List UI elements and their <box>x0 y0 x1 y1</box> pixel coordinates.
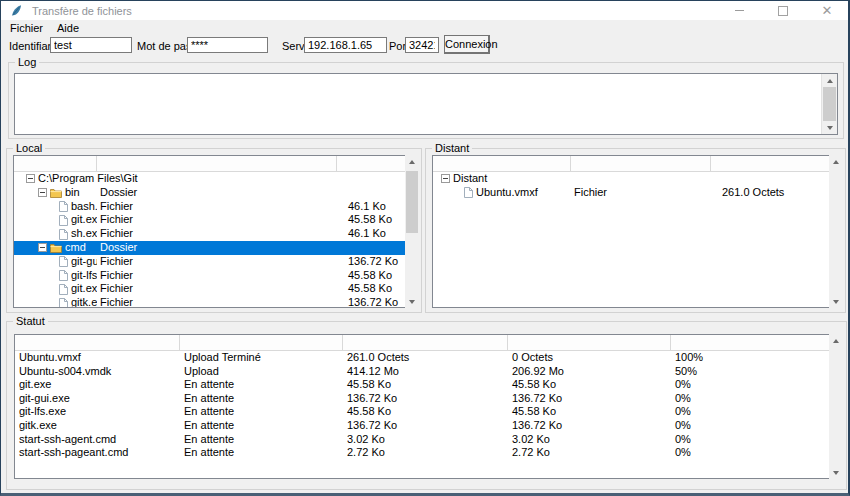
file-icon <box>59 201 68 212</box>
feather-app-icon <box>10 4 23 18</box>
column-header[interactable] <box>337 156 406 171</box>
file-name: bin <box>65 186 80 200</box>
file-icon <box>59 256 68 267</box>
file-size: 136.72 Ko <box>337 296 406 308</box>
local-tree-row[interactable]: cmd Dossier <box>14 241 406 255</box>
maximize-button[interactable] <box>772 1 794 20</box>
expand-collapse-icon[interactable] <box>38 188 47 197</box>
file-icon <box>59 229 68 240</box>
file-size: 46.1 Ko <box>337 200 406 214</box>
transfer-status: Upload <box>180 365 343 379</box>
column-header[interactable] <box>343 335 508 350</box>
scroll-down-icon[interactable] <box>829 466 843 479</box>
distant-tree-rows: Distant Ubuntu.vmxf F <box>433 172 831 200</box>
file-icon <box>59 215 68 226</box>
expand-collapse-icon[interactable] <box>26 174 35 183</box>
transfer-file: start-ssh-agent.cmd <box>15 433 180 447</box>
menu-fichier[interactable]: Fichier <box>3 21 50 35</box>
expand-collapse-icon[interactable] <box>38 243 47 252</box>
log-group-title: Log <box>15 56 39 68</box>
scroll-up-icon[interactable] <box>822 74 837 87</box>
port-field[interactable] <box>405 37 439 53</box>
distant-tree-row[interactable]: Ubuntu.vmxf Fichier 261.0 Octets <box>433 186 831 200</box>
local-file-tree: C:\Program Files\Git bin <box>13 155 407 308</box>
file-name: git-lfs.exe <box>71 269 97 283</box>
local-tree-row[interactable]: bash.exe Fichier 46.1 Ko <box>14 200 406 214</box>
local-scrollbar[interactable] <box>405 155 419 308</box>
transfer-file: start-ssh-pageant.cmd <box>15 446 180 460</box>
status-scrollbar[interactable] <box>829 334 843 479</box>
scroll-down-icon[interactable] <box>829 295 843 308</box>
log-scrollbar[interactable] <box>821 74 837 134</box>
mot-de-passe-field[interactable] <box>187 37 268 53</box>
transfer-row[interactable]: gitk.exe En attente 136.72 Ko 136.72 Ko … <box>15 419 833 433</box>
file-size: 261.0 Octets <box>711 186 831 200</box>
transfer-progress: 50% <box>671 365 833 379</box>
file-type: Fichier <box>97 213 337 227</box>
scroll-down-icon[interactable] <box>822 121 837 134</box>
file-name: Ubuntu.vmxf <box>476 186 538 200</box>
local-tree-row[interactable]: git-lfs.exe Fichier 45.58 Ko <box>14 269 406 283</box>
transfer-row[interactable]: git.exe En attente 45.58 Ko 45.58 Ko 0% <box>15 378 833 392</box>
column-header[interactable] <box>711 156 831 171</box>
expand-collapse-icon[interactable] <box>441 174 450 183</box>
local-tree-row[interactable]: git-gui.exe Fichier 136.72 Ko <box>14 255 406 269</box>
file-type: Fichier <box>97 227 337 241</box>
distant-scrollbar[interactable] <box>829 155 843 308</box>
column-header[interactable] <box>671 335 833 350</box>
transfer-status-table: Ubuntu.vmxf Upload Terminé 261.0 Octets … <box>14 334 834 479</box>
file-name: git.exe <box>71 213 97 227</box>
local-tree-row[interactable]: git.exe Fichier 45.58 Ko <box>14 282 406 296</box>
file-name: gitk.exe <box>71 296 97 308</box>
minimize-button[interactable] <box>728 1 750 20</box>
local-scroll-thumb[interactable] <box>406 171 418 233</box>
local-tree-row[interactable]: git.exe Fichier 45.58 Ko <box>14 213 406 227</box>
scroll-up-icon[interactable] <box>829 334 843 347</box>
status-table-header <box>15 335 833 351</box>
file-size: 45.58 Ko <box>337 282 406 296</box>
local-tree-row[interactable]: C:\Program Files\Git <box>14 172 406 186</box>
scroll-up-icon[interactable] <box>829 155 843 168</box>
minimize-icon <box>735 10 744 11</box>
transfer-row[interactable]: Ubuntu.vmxf Upload Terminé 261.0 Octets … <box>15 351 833 365</box>
distant-group: Distant Distant <box>425 148 846 313</box>
transfer-row[interactable]: Ubuntu-s004.vmdk Upload 414.12 Mo 206.92… <box>15 365 833 379</box>
column-header[interactable] <box>571 156 711 171</box>
file-name: cmd <box>65 241 86 255</box>
column-header[interactable] <box>433 156 571 171</box>
transfer-row[interactable]: start-ssh-pageant.cmd En attente 2.72 Ko… <box>15 446 833 460</box>
column-header[interactable] <box>15 335 180 350</box>
local-tree-row[interactable]: sh.exe Fichier 46.1 Ko <box>14 227 406 241</box>
transfer-row[interactable]: git-gui.exe En attente 136.72 Ko 136.72 … <box>15 392 833 406</box>
file-type: Fichier <box>97 255 337 269</box>
transfer-size: 2.72 Ko <box>343 446 508 460</box>
scroll-up-icon[interactable] <box>405 155 419 168</box>
identifiant-field[interactable] <box>50 37 132 53</box>
distant-tree-row[interactable]: Distant <box>433 172 831 186</box>
local-tree-header <box>14 156 406 172</box>
column-header[interactable] <box>97 156 337 171</box>
file-name: sh.exe <box>71 227 97 241</box>
scroll-down-icon[interactable] <box>405 295 419 308</box>
connexion-button[interactable]: Connexion <box>444 35 490 54</box>
close-button[interactable]: ✕ <box>816 1 838 20</box>
transfer-size: 136.72 Ko <box>343 392 508 406</box>
local-group-title: Local <box>13 142 45 154</box>
file-name: Distant <box>453 172 487 186</box>
transfer-progress: 0% <box>671 419 833 433</box>
local-tree-row[interactable]: gitk.exe Fichier 136.72 Ko <box>14 296 406 308</box>
column-header[interactable] <box>14 156 97 171</box>
local-tree-row[interactable]: bin Dossier <box>14 186 406 200</box>
file-icon <box>59 284 68 295</box>
column-header[interactable] <box>180 335 343 350</box>
transfer-row[interactable]: git-lfs.exe En attente 45.58 Ko 45.58 Ko… <box>15 405 833 419</box>
status-group-title: Statut <box>13 315 48 327</box>
serveur-field[interactable] <box>304 37 387 53</box>
transfer-status: En attente <box>180 446 343 460</box>
menu-aide[interactable]: Aide <box>50 21 86 35</box>
file-type: Fichier <box>571 186 711 200</box>
transfer-row[interactable]: start-ssh-agent.cmd En attente 3.02 Ko 3… <box>15 433 833 447</box>
log-scroll-thumb[interactable] <box>823 87 836 121</box>
column-header[interactable] <box>508 335 671 350</box>
folder-icon <box>50 243 62 253</box>
